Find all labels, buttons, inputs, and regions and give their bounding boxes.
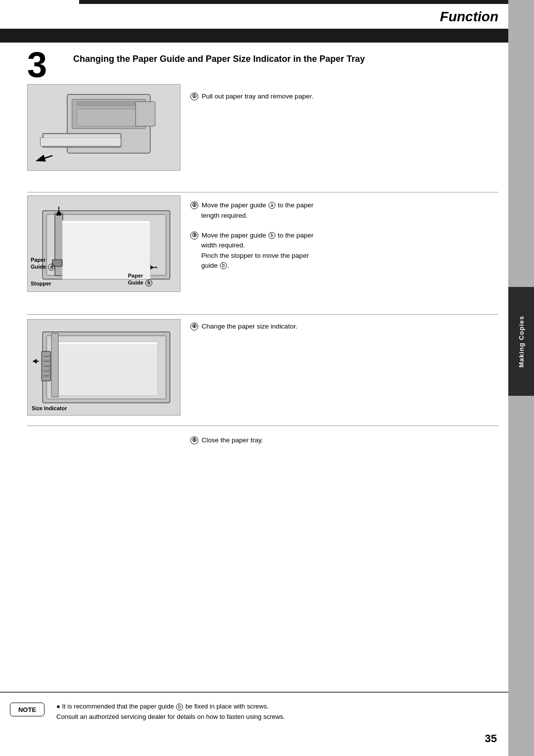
- instruction-group-1: ① Pull out paper tray and remove paper.: [190, 92, 498, 111]
- paper-guide-a-circle: a: [48, 264, 55, 271]
- svg-rect-18: [62, 220, 150, 279]
- step-1-circle: ①: [190, 93, 198, 100]
- step-4: ④ Change the paper size indicator.: [190, 322, 498, 332]
- instruction-group-4: ④ Change the paper size indicator.: [190, 322, 498, 341]
- paper-guide-b-label: PaperGuide: [128, 273, 145, 285]
- sidebar-tab-label: Making Copies: [518, 316, 525, 368]
- main-content: ① Pull out paper tray and remove paper.: [27, 84, 498, 716]
- svg-rect-3: [40, 138, 121, 146]
- step-1: ① Pull out paper tray and remove paper.: [190, 92, 498, 102]
- image-pull-tray: [27, 84, 180, 171]
- paper-guide-b-circle: b: [145, 280, 152, 286]
- divider-2: [27, 314, 498, 315]
- note-body: It is recommended that the paper guide b…: [56, 703, 285, 720]
- stopper-label: Stopper: [31, 281, 51, 286]
- step-5-text: Close the paper tray.: [202, 436, 263, 444]
- section-divider-bar: [0, 29, 508, 43]
- instruction-group-5: ⑤ Close the paper tray.: [190, 435, 498, 455]
- svg-rect-19: [63, 221, 149, 223]
- note-text: ● It is recommended that the paper guide…: [56, 702, 498, 722]
- image-size-indicator: Size Indicator: [27, 319, 180, 416]
- svg-rect-23: [55, 342, 158, 396]
- step-2-text-cont: length required.: [201, 211, 498, 221]
- step-3-pinch: Pinch the stopper to move the paper: [201, 251, 498, 261]
- svg-rect-9: [44, 138, 120, 139]
- note-bullet: ●: [56, 703, 62, 710]
- size-indicator-label: Size Indicator: [32, 405, 67, 411]
- step-3-circle: ③: [190, 232, 198, 239]
- guide-a-ref-1: a: [268, 202, 275, 209]
- svg-rect-8: [44, 136, 120, 137]
- page-title: Function: [440, 9, 498, 25]
- svg-marker-32: [33, 359, 37, 364]
- step-2: ② Move the paper guide a to the paper le…: [190, 200, 498, 221]
- section-heading: Changing the Paper Guide and Paper Size …: [73, 53, 498, 65]
- step-3-text-after: to the paper: [276, 232, 313, 239]
- guide-b-ref-2: b: [220, 262, 227, 269]
- image-paper-guides: PaperGuide a Stopper PaperGuide b: [27, 195, 180, 292]
- note-divider: [0, 692, 508, 693]
- divider-1: [27, 192, 498, 192]
- step-2-circle: ②: [190, 201, 198, 209]
- paper-guide-a-label: PaperGuide: [31, 257, 47, 270]
- step-3-width: width required.: [201, 240, 498, 250]
- page-number: 35: [485, 732, 497, 745]
- step-3-guide: guide b.: [201, 261, 498, 271]
- svg-rect-7: [135, 102, 155, 126]
- note-area: NOTE ● It is recommended that the paper …: [0, 692, 508, 756]
- instruction-group-2: ② Move the paper guide a to the paper le…: [190, 200, 498, 280]
- step-1-text: Pull out paper tray and remove paper.: [202, 93, 313, 100]
- step-3-text: Move the paper guide: [202, 232, 268, 239]
- svg-rect-33: [51, 333, 58, 397]
- note-label: NOTE: [10, 703, 44, 716]
- divider-3: [27, 425, 498, 426]
- chapter-number: 3: [27, 47, 47, 83]
- top-header-bar: [79, 0, 534, 4]
- svg-rect-6: [77, 109, 141, 126]
- step-2-text-after: to the paper: [276, 201, 313, 209]
- step-4-text: Change the paper size indicator.: [202, 323, 298, 330]
- svg-line-4: [38, 155, 53, 160]
- step-5-circle: ⑤: [190, 436, 198, 444]
- step-2-text: Move the paper guide: [202, 201, 268, 209]
- step-5: ⑤ Close the paper tray.: [190, 435, 498, 446]
- step-3: ③ Move the paper guide b to the paper wi…: [190, 231, 498, 271]
- step-4-circle: ④: [190, 323, 198, 331]
- note-guide-b-circle: b: [176, 704, 183, 710]
- svg-rect-5: [77, 102, 141, 106]
- making-copies-tab: Making Copies: [508, 287, 534, 396]
- guide-b-ref-1: b: [268, 232, 275, 239]
- svg-rect-24: [56, 343, 157, 344]
